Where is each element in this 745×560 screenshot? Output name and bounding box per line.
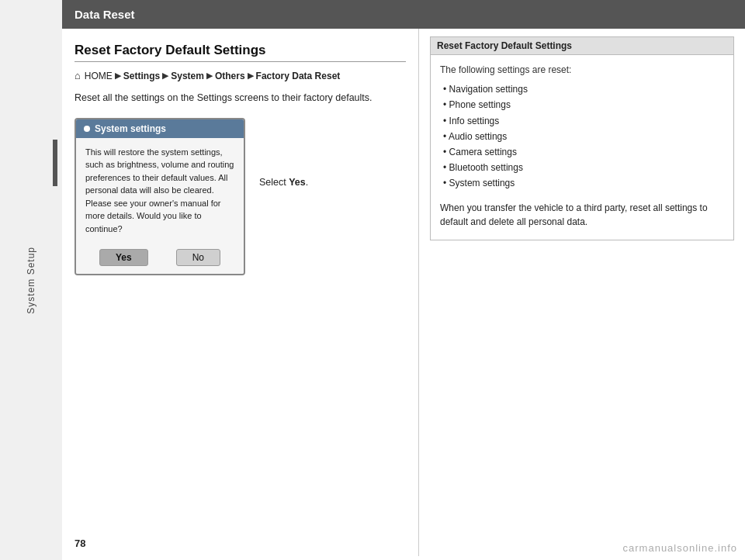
- list-item: System settings: [443, 176, 724, 191]
- dialog-title: System settings: [95, 123, 166, 134]
- arrow-2: ▶: [162, 71, 168, 81]
- select-note: Select Yes.: [259, 115, 308, 188]
- arrow-1: ▶: [115, 71, 121, 81]
- body-text: Reset all the settings on the Settings s…: [74, 91, 406, 105]
- title-divider: [74, 61, 406, 62]
- list-item: Navigation settings: [443, 82, 724, 97]
- list-item: Info settings: [443, 114, 724, 129]
- sidebar-label: System Setup: [26, 247, 36, 314]
- list-item: Camera settings: [443, 145, 724, 160]
- right-column: Reset Factory Default Settings The follo…: [419, 29, 745, 556]
- page-title: Reset Factory Default Settings: [74, 43, 406, 58]
- header-title: Data Reset: [74, 8, 135, 21]
- breadcrumb-settings: Settings: [123, 71, 160, 81]
- breadcrumb: ⌂ HOME ▶ Settings ▶ System ▶ Others ▶ Fa…: [74, 70, 406, 81]
- breadcrumb-factory: Factory Data Reset: [256, 71, 341, 81]
- right-panel-subtitle: The following settings are reset:: [440, 63, 724, 78]
- dialog-box: System settings This will restore the sy…: [74, 118, 245, 276]
- settings-list: Navigation settings Phone settings Info …: [440, 82, 724, 191]
- dialog-dot: [84, 126, 90, 132]
- right-panel-title: Reset Factory Default Settings: [430, 36, 734, 55]
- list-item: Audio settings: [443, 130, 724, 144]
- main-content: Data Reset Reset Factory Default Setting…: [62, 0, 745, 560]
- page-number: 78: [74, 538, 85, 549]
- breadcrumb-system: System: [171, 71, 204, 81]
- dialog-body: This will restore the system settings, s…: [76, 138, 244, 244]
- select-bold: Yes: [289, 177, 306, 188]
- dialog-buttons: Yes No: [76, 243, 244, 274]
- breadcrumb-others: Others: [215, 71, 245, 81]
- breadcrumb-home: HOME: [85, 71, 113, 81]
- dialog-no-button[interactable]: No: [176, 249, 220, 266]
- right-panel-box: The following settings are reset: Naviga…: [430, 55, 734, 240]
- select-text: Select: [259, 177, 289, 188]
- list-item: Phone settings: [443, 98, 724, 112]
- content-area: Reset Factory Default Settings ⌂ HOME ▶ …: [62, 29, 745, 556]
- header-bar: Data Reset: [62, 0, 745, 29]
- transfer-note: When you transfer the vehicle to a third…: [440, 201, 724, 229]
- dialog-title-bar: System settings: [76, 119, 244, 138]
- left-column: Reset Factory Default Settings ⌂ HOME ▶ …: [62, 29, 419, 556]
- select-period: .: [306, 177, 308, 188]
- arrow-4: ▶: [248, 71, 254, 81]
- home-icon: ⌂: [74, 70, 81, 81]
- sidebar-bar: [53, 140, 57, 186]
- arrow-3: ▶: [206, 71, 213, 81]
- dialog-yes-button[interactable]: Yes: [99, 249, 148, 266]
- list-item: Bluetooth settings: [443, 161, 724, 175]
- sidebar: System Setup: [0, 0, 62, 560]
- watermark: carmanualsonline.info: [623, 542, 737, 554]
